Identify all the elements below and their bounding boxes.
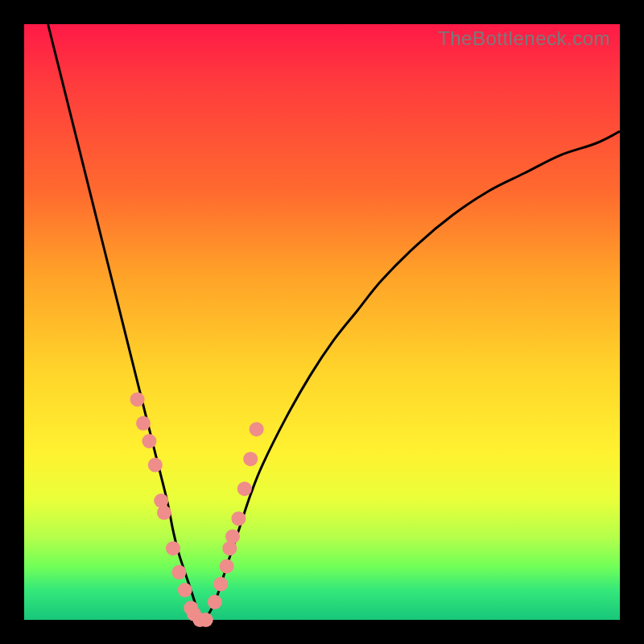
chart-svg [24,24,620,620]
scatter-point [225,529,240,543]
scatter-point [148,458,163,473]
scatter-point [199,613,213,627]
scatter-point [142,434,156,448]
scatter-point [250,422,264,436]
plot-area: TheBottleneck.com [24,24,620,620]
scatter-point [136,416,151,431]
scatter-point [220,559,234,573]
scatter-point [171,565,186,580]
scatter-point [243,452,258,466]
scatter-point [213,577,228,592]
scatter-point [157,506,171,520]
scatter-point [130,392,145,407]
chart-frame: TheBottleneck.com [0,0,644,644]
scatter-point [231,511,246,526]
line-series [48,24,620,620]
scatter-point [166,541,180,555]
scatter-point [237,481,252,496]
scatter-point [208,595,222,609]
black-curve [48,24,620,620]
scatter-series [130,392,264,627]
scatter-point [178,583,192,597]
